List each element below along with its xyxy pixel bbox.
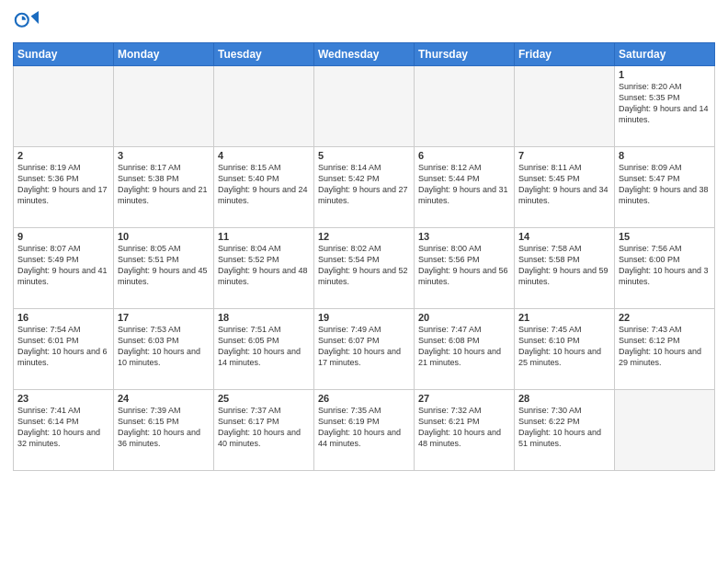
day-number: 24 <box>118 393 210 404</box>
day-number: 3 <box>118 150 210 161</box>
calendar-cell <box>314 66 415 147</box>
calendar-cell: 21Sunrise: 7:45 AMSunset: 6:10 PMDayligh… <box>515 309 615 390</box>
day-number: 28 <box>518 393 610 404</box>
day-number: 17 <box>118 312 210 323</box>
day-number: 15 <box>619 231 711 242</box>
day-info: Sunrise: 8:09 AMSunset: 5:47 PMDaylight:… <box>619 162 711 207</box>
calendar-cell <box>515 66 615 147</box>
calendar-cell: 23Sunrise: 7:41 AMSunset: 6:14 PMDayligh… <box>14 390 114 471</box>
page-container: SundayMondayTuesdayWednesdayThursdayFrid… <box>0 0 728 478</box>
day-number: 20 <box>418 312 510 323</box>
calendar-cell: 13Sunrise: 8:00 AMSunset: 5:56 PMDayligh… <box>415 228 515 309</box>
day-number: 8 <box>619 150 711 161</box>
calendar-day-header: Wednesday <box>314 43 415 66</box>
day-number: 4 <box>218 150 310 161</box>
day-info: Sunrise: 7:43 AMSunset: 6:12 PMDaylight:… <box>619 324 711 369</box>
calendar-cell: 20Sunrise: 7:47 AMSunset: 6:08 PMDayligh… <box>415 309 515 390</box>
day-number: 27 <box>418 393 510 404</box>
calendar-cell: 10Sunrise: 8:05 AMSunset: 5:51 PMDayligh… <box>114 228 214 309</box>
day-info: Sunrise: 7:49 AMSunset: 6:07 PMDaylight:… <box>318 324 410 369</box>
page-header <box>13 11 715 37</box>
calendar-cell <box>114 66 214 147</box>
calendar-day-header: Friday <box>515 43 615 66</box>
calendar-cell: 28Sunrise: 7:30 AMSunset: 6:22 PMDayligh… <box>515 390 615 471</box>
day-info: Sunrise: 7:47 AMSunset: 6:08 PMDaylight:… <box>418 324 510 369</box>
day-number: 19 <box>318 312 410 323</box>
calendar-week-row: 9Sunrise: 8:07 AMSunset: 5:49 PMDaylight… <box>14 228 715 309</box>
calendar-cell <box>615 390 715 471</box>
calendar-cell: 4Sunrise: 8:15 AMSunset: 5:40 PMDaylight… <box>214 147 314 228</box>
calendar-week-row: 16Sunrise: 7:54 AMSunset: 6:01 PMDayligh… <box>14 309 715 390</box>
calendar-cell: 19Sunrise: 7:49 AMSunset: 6:07 PMDayligh… <box>314 309 415 390</box>
calendar-week-row: 2Sunrise: 8:19 AMSunset: 5:36 PMDaylight… <box>14 147 715 228</box>
calendar-day-header: Thursday <box>415 43 515 66</box>
calendar-day-header: Monday <box>114 43 214 66</box>
day-info: Sunrise: 7:45 AMSunset: 6:10 PMDaylight:… <box>518 324 610 369</box>
logo <box>13 11 42 37</box>
calendar-cell: 8Sunrise: 8:09 AMSunset: 5:47 PMDaylight… <box>615 147 715 228</box>
day-number: 22 <box>619 312 711 323</box>
calendar-cell <box>14 66 114 147</box>
day-info: Sunrise: 8:14 AMSunset: 5:42 PMDaylight:… <box>318 162 410 207</box>
day-number: 25 <box>218 393 310 404</box>
day-info: Sunrise: 7:51 AMSunset: 6:05 PMDaylight:… <box>218 324 310 369</box>
calendar-cell: 17Sunrise: 7:53 AMSunset: 6:03 PMDayligh… <box>114 309 214 390</box>
day-info: Sunrise: 7:30 AMSunset: 6:22 PMDaylight:… <box>518 405 610 450</box>
day-info: Sunrise: 7:39 AMSunset: 6:15 PMDaylight:… <box>118 405 210 450</box>
calendar-cell: 22Sunrise: 7:43 AMSunset: 6:12 PMDayligh… <box>615 309 715 390</box>
calendar-table: SundayMondayTuesdayWednesdayThursdayFrid… <box>13 42 715 471</box>
day-number: 1 <box>619 69 711 80</box>
calendar-cell: 16Sunrise: 7:54 AMSunset: 6:01 PMDayligh… <box>14 309 114 390</box>
calendar-cell: 7Sunrise: 8:11 AMSunset: 5:45 PMDaylight… <box>515 147 615 228</box>
calendar-cell: 25Sunrise: 7:37 AMSunset: 6:17 PMDayligh… <box>214 390 314 471</box>
day-number: 2 <box>17 150 109 161</box>
day-number: 11 <box>218 231 310 242</box>
day-info: Sunrise: 8:20 AMSunset: 5:35 PMDaylight:… <box>619 81 711 126</box>
day-info: Sunrise: 8:07 AMSunset: 5:49 PMDaylight:… <box>17 243 109 288</box>
calendar-cell: 18Sunrise: 7:51 AMSunset: 6:05 PMDayligh… <box>214 309 314 390</box>
day-number: 6 <box>418 150 510 161</box>
day-info: Sunrise: 8:19 AMSunset: 5:36 PMDaylight:… <box>17 162 109 207</box>
day-info: Sunrise: 7:35 AMSunset: 6:19 PMDaylight:… <box>318 405 410 450</box>
day-info: Sunrise: 7:37 AMSunset: 6:17 PMDaylight:… <box>218 405 310 450</box>
calendar-cell: 5Sunrise: 8:14 AMSunset: 5:42 PMDaylight… <box>314 147 415 228</box>
calendar-cell: 27Sunrise: 7:32 AMSunset: 6:21 PMDayligh… <box>415 390 515 471</box>
calendar-cell <box>415 66 515 147</box>
logo-icon <box>13 11 39 37</box>
day-number: 14 <box>518 231 610 242</box>
calendar-day-header: Saturday <box>615 43 715 66</box>
calendar-cell <box>214 66 314 147</box>
calendar-cell: 14Sunrise: 7:58 AMSunset: 5:58 PMDayligh… <box>515 228 615 309</box>
day-info: Sunrise: 8:12 AMSunset: 5:44 PMDaylight:… <box>418 162 510 207</box>
day-info: Sunrise: 8:04 AMSunset: 5:52 PMDaylight:… <box>218 243 310 288</box>
day-info: Sunrise: 7:41 AMSunset: 6:14 PMDaylight:… <box>17 405 109 450</box>
day-info: Sunrise: 8:15 AMSunset: 5:40 PMDaylight:… <box>218 162 310 207</box>
day-number: 21 <box>518 312 610 323</box>
calendar-day-header: Sunday <box>14 43 114 66</box>
day-info: Sunrise: 8:00 AMSunset: 5:56 PMDaylight:… <box>418 243 510 288</box>
day-info: Sunrise: 8:11 AMSunset: 5:45 PMDaylight:… <box>518 162 610 207</box>
day-info: Sunrise: 8:17 AMSunset: 5:38 PMDaylight:… <box>118 162 210 207</box>
day-info: Sunrise: 7:54 AMSunset: 6:01 PMDaylight:… <box>17 324 109 369</box>
day-info: Sunrise: 7:53 AMSunset: 6:03 PMDaylight:… <box>118 324 210 369</box>
calendar-day-header: Tuesday <box>214 43 314 66</box>
calendar-week-row: 23Sunrise: 7:41 AMSunset: 6:14 PMDayligh… <box>14 390 715 471</box>
calendar-cell: 6Sunrise: 8:12 AMSunset: 5:44 PMDaylight… <box>415 147 515 228</box>
day-number: 9 <box>17 231 109 242</box>
day-number: 16 <box>17 312 109 323</box>
day-number: 5 <box>318 150 410 161</box>
day-number: 13 <box>418 231 510 242</box>
day-number: 10 <box>118 231 210 242</box>
calendar-week-row: 1Sunrise: 8:20 AMSunset: 5:35 PMDaylight… <box>14 66 715 147</box>
calendar-cell: 2Sunrise: 8:19 AMSunset: 5:36 PMDaylight… <box>14 147 114 228</box>
day-info: Sunrise: 7:32 AMSunset: 6:21 PMDaylight:… <box>418 405 510 450</box>
day-info: Sunrise: 8:02 AMSunset: 5:54 PMDaylight:… <box>318 243 410 288</box>
calendar-cell: 11Sunrise: 8:04 AMSunset: 5:52 PMDayligh… <box>214 228 314 309</box>
day-info: Sunrise: 7:56 AMSunset: 6:00 PMDaylight:… <box>619 243 711 288</box>
calendar-cell: 15Sunrise: 7:56 AMSunset: 6:00 PMDayligh… <box>615 228 715 309</box>
day-info: Sunrise: 8:05 AMSunset: 5:51 PMDaylight:… <box>118 243 210 288</box>
calendar-cell: 3Sunrise: 8:17 AMSunset: 5:38 PMDaylight… <box>114 147 214 228</box>
calendar-cell: 26Sunrise: 7:35 AMSunset: 6:19 PMDayligh… <box>314 390 415 471</box>
svg-point-0 <box>16 14 28 27</box>
calendar-header-row: SundayMondayTuesdayWednesdayThursdayFrid… <box>14 43 715 66</box>
